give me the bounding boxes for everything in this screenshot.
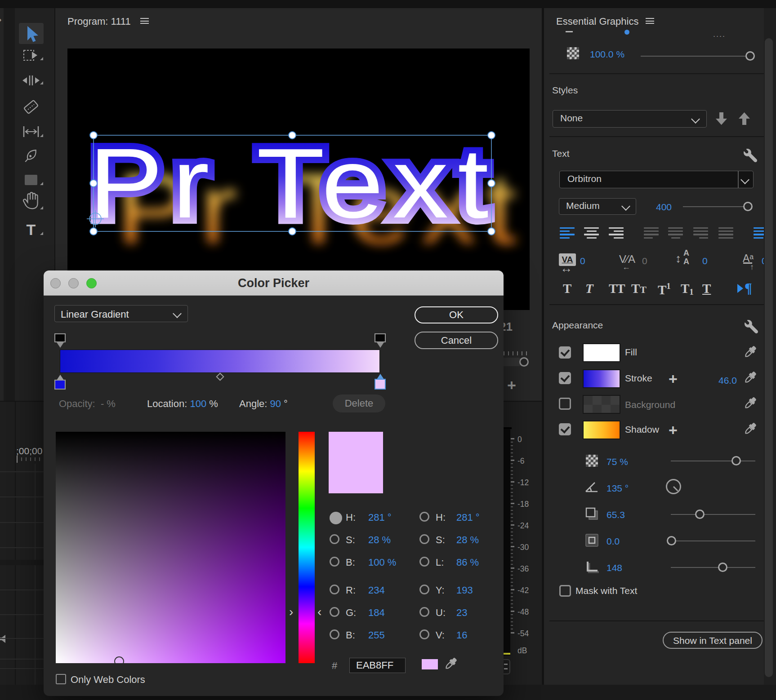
svg-text:Pr Text: Pr Text xyxy=(89,128,498,239)
svg-text:T: T xyxy=(27,221,36,238)
